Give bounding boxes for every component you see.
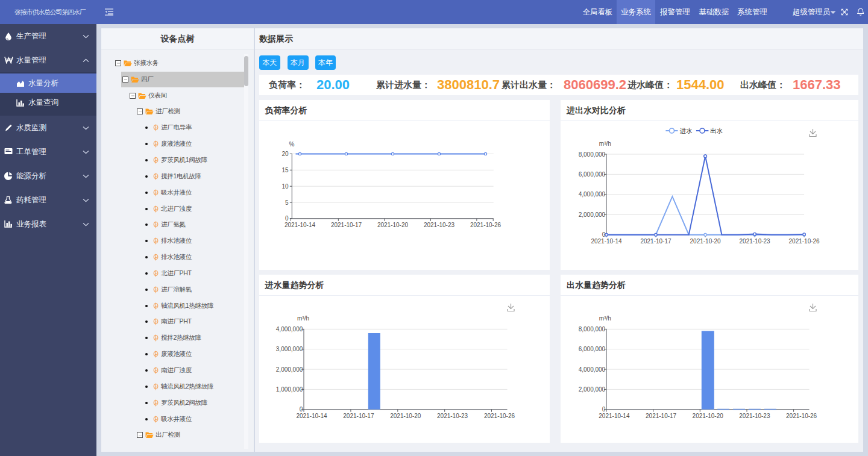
svg-text:2021-10-26: 2021-10-26 <box>483 413 515 419</box>
svg-text:2,000,000: 2,000,000 <box>275 366 303 373</box>
svg-text:2021-10-23: 2021-10-23 <box>739 413 770 419</box>
svg-text:2021-10-14: 2021-10-14 <box>296 413 327 419</box>
svg-text:2021-10-17: 2021-10-17 <box>646 413 677 419</box>
svg-text:2021-10-20: 2021-10-20 <box>693 413 724 419</box>
svg-text:2021-10-14: 2021-10-14 <box>599 413 630 419</box>
svg-text:20: 20 <box>281 151 289 157</box>
svg-text:m³/h: m³/h <box>297 315 309 322</box>
svg-text:2021-10-17: 2021-10-17 <box>640 238 671 245</box>
svg-text:4,000,000: 4,000,000 <box>579 366 606 373</box>
svg-text:2021-10-23: 2021-10-23 <box>437 413 468 419</box>
svg-text:0: 0 <box>285 215 288 222</box>
svg-text:2021-10-23: 2021-10-23 <box>423 222 454 228</box>
svg-text:2021-10-26: 2021-10-26 <box>789 238 820 245</box>
svg-text:5: 5 <box>285 199 288 206</box>
svg-text:2021-10-20: 2021-10-20 <box>690 238 722 245</box>
svg-text:进水: 进水 <box>679 127 693 134</box>
svg-text:2021-10-17: 2021-10-17 <box>330 222 362 228</box>
svg-text:2021-10-14: 2021-10-14 <box>591 238 622 245</box>
svg-text:2021-10-17: 2021-10-17 <box>343 413 374 419</box>
svg-text:m³/h: m³/h <box>599 315 611 322</box>
svg-text:2021-10-14: 2021-10-14 <box>284 222 315 228</box>
svg-text:2021-10-20: 2021-10-20 <box>377 222 408 228</box>
svg-text:2021-10-20: 2021-10-20 <box>390 413 421 419</box>
svg-text:m³/h: m³/h <box>599 140 611 147</box>
svg-text:%: % <box>289 141 294 148</box>
svg-text:15: 15 <box>281 167 289 173</box>
svg-text:10: 10 <box>281 183 289 190</box>
svg-text:4,000,000: 4,000,000 <box>275 326 303 333</box>
svg-text:3,000,000: 3,000,000 <box>275 346 303 352</box>
svg-text:8,000,000: 8,000,000 <box>579 326 606 333</box>
svg-text:出水: 出水 <box>710 127 723 134</box>
svg-text:2021-10-26: 2021-10-26 <box>786 413 817 419</box>
svg-text:2,000,000: 2,000,000 <box>579 211 606 218</box>
svg-text:1,000,000: 1,000,000 <box>275 386 303 393</box>
svg-text:8,000,000: 8,000,000 <box>579 151 606 158</box>
svg-text:2,000,000: 2,000,000 <box>579 386 606 393</box>
svg-text:6,000,000: 6,000,000 <box>579 346 606 352</box>
svg-text:6,000,000: 6,000,000 <box>579 171 606 178</box>
svg-text:2021-10-23: 2021-10-23 <box>740 238 771 245</box>
svg-text:4,000,000: 4,000,000 <box>579 191 606 198</box>
svg-text:2021-10-26: 2021-10-26 <box>470 222 501 228</box>
